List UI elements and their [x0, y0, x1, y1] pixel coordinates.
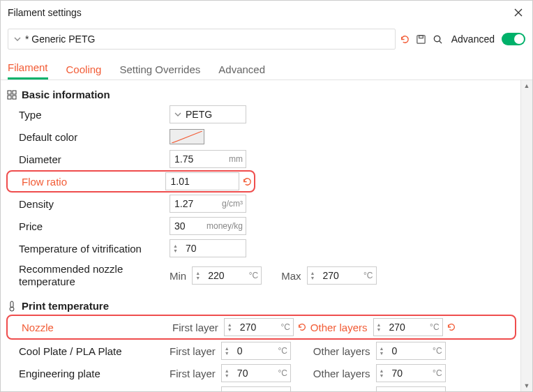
row-high-temp-plate: High Temp Plate First layer ▲▼ 70 °C Oth… [6, 384, 520, 391]
label-default-color: Default color [6, 131, 170, 143]
vitrification-value: 70 [186, 243, 246, 254]
advanced-label: Advanced [451, 33, 495, 45]
close-icon[interactable] [511, 6, 525, 20]
scroll-area[interactable]: Basic information Type PETG Default colo… [1, 80, 520, 391]
svg-rect-4 [13, 91, 16, 94]
unit-c: °C [430, 322, 442, 332]
row-recommended-nozzle-temp: Recommended nozzle temperature Min ▲▼ 22… [6, 259, 520, 292]
price-input[interactable]: 30 money/kg [170, 217, 246, 235]
save-icon[interactable] [415, 33, 428, 45]
first-layer-label: First layer [170, 368, 216, 379]
first-layer-label: First layer [170, 345, 216, 357]
diameter-input[interactable]: 1.75 mm [170, 150, 246, 168]
other-layers-label: Other layers [310, 322, 368, 333]
svg-rect-6 [13, 96, 16, 99]
row-density: Density 1.27 g/cm³ [6, 193, 520, 215]
titlebar: Filament settings [1, 1, 532, 24]
preset-name: * Generic PETG [25, 33, 95, 45]
grid-icon [6, 89, 17, 100]
tab-filament[interactable]: Filament [8, 61, 48, 80]
min-temp-input[interactable]: ▲▼ 220 °C [192, 266, 262, 285]
label-diameter: Diameter [6, 153, 170, 165]
nozzle-first-input[interactable]: ▲▼ 270 °C [224, 318, 294, 336]
row-price: Price 30 money/kg [6, 215, 520, 237]
reset-icon[interactable] [446, 322, 457, 333]
spinner-icon[interactable]: ▲▼ [227, 319, 237, 336]
unit-c: °C [363, 271, 375, 280]
label-price: Price [6, 220, 170, 232]
section-title: Basic information [22, 89, 110, 100]
label-vitrification: Temperature of vitrification [6, 243, 170, 255]
spinner-icon[interactable]: ▲▼ [225, 387, 234, 391]
nozzle-other-value: 270 [389, 322, 430, 333]
row-vitrification: Temperature of vitrification ▲▼ 70 [6, 237, 520, 259]
flow-ratio-input[interactable]: 1.01 [165, 172, 239, 190]
advanced-toggle[interactable] [502, 33, 525, 45]
spinner-icon[interactable]: ▲▼ [310, 267, 320, 284]
tabs: Filament Cooling Setting Overrides Advan… [1, 56, 532, 80]
section-basic-information: Basic information [6, 86, 520, 103]
row-diameter: Diameter 1.75 mm [6, 148, 520, 170]
spinner-icon[interactable]: ▲▼ [380, 387, 389, 391]
cool-other-input[interactable]: ▲▼ 0 °C [376, 342, 446, 360]
price-value: 30 [170, 220, 207, 232]
chevron-down-icon [14, 36, 21, 42]
vertical-scrollbar[interactable]: ▲ ▼ [520, 80, 532, 391]
scroll-up-icon[interactable]: ▲ [521, 80, 532, 91]
vitrification-input[interactable]: ▲▼ 70 [170, 239, 246, 257]
window-title: Filament settings [8, 7, 511, 18]
row-nozzle-temp: Nozzle First layer ▲▼ 270 °C Other layer… [6, 315, 516, 340]
reset-icon[interactable] [296, 322, 308, 333]
max-label: Max [281, 270, 301, 282]
high-other-input[interactable]: ▲▼ 70 °C [376, 386, 446, 391]
label-engineering-plate: Engineering plate [6, 368, 170, 379]
svg-rect-5 [8, 96, 11, 99]
preset-select[interactable]: * Generic PETG [8, 29, 396, 50]
first-layer-label: First layer [170, 390, 216, 392]
search-icon[interactable] [432, 33, 444, 45]
main-area: Basic information Type PETG Default colo… [1, 80, 532, 391]
type-select[interactable]: PETG [170, 105, 246, 123]
spinner-icon[interactable]: ▲▼ [377, 319, 386, 336]
svg-rect-3 [8, 91, 11, 94]
spinner-icon[interactable]: ▲▼ [195, 267, 205, 284]
spinner-icon[interactable]: ▲▼ [380, 342, 389, 359]
eng-first-input[interactable]: ▲▼ 70 °C [221, 364, 291, 382]
high-first-input[interactable]: ▲▼ 70 °C [221, 386, 291, 391]
unit-c: °C [280, 322, 292, 332]
row-type: Type PETG [6, 103, 520, 126]
label-density: Density [6, 198, 170, 210]
max-value: 270 [323, 270, 364, 281]
first-layer-label: First layer [172, 322, 218, 333]
diameter-unit: mm [229, 154, 246, 164]
label-recommended-nozzle: Recommended nozzle temperature [6, 263, 170, 288]
tab-advanced[interactable]: Advanced [218, 63, 265, 80]
undo-icon[interactable] [400, 33, 411, 45]
thermometer-icon [6, 301, 17, 312]
label-flow-ratio: Flow ratio [9, 176, 165, 188]
reset-icon[interactable] [242, 176, 253, 187]
label-nozzle: Nozzle [9, 322, 172, 333]
density-input[interactable]: 1.27 g/cm³ [170, 195, 246, 213]
nozzle-other-input[interactable]: ▲▼ 270 °C [373, 318, 443, 336]
svg-line-7 [172, 131, 202, 143]
spinner-icon[interactable]: ▲▼ [225, 365, 234, 382]
spinner-icon[interactable]: ▲▼ [380, 365, 389, 382]
cool-first-input[interactable]: ▲▼ 0 °C [221, 342, 291, 360]
tab-setting-overrides[interactable]: Setting Overrides [119, 63, 200, 80]
scroll-down-icon[interactable]: ▼ [521, 380, 532, 391]
row-default-color: Default color [6, 126, 520, 148]
max-temp-input[interactable]: ▲▼ 270 °C [307, 266, 377, 285]
nozzle-first-value: 270 [240, 322, 281, 333]
svg-point-2 [435, 36, 440, 41]
min-value: 220 [208, 270, 249, 281]
tab-cooling[interactable]: Cooling [66, 63, 102, 80]
eng-other-input[interactable]: ▲▼ 70 °C [376, 364, 446, 382]
toolbar: * Generic PETG Advanced [1, 24, 532, 56]
default-color-swatch[interactable] [170, 129, 204, 144]
spinner-icon[interactable]: ▲▼ [225, 342, 234, 359]
other-layers-label: Other layers [313, 345, 370, 357]
label-cool-plate: Cool Plate / PLA Plate [6, 345, 170, 357]
spinner-icon[interactable]: ▲▼ [173, 240, 183, 257]
row-engineering-plate: Engineering plate First layer ▲▼ 70 °C O… [6, 362, 520, 384]
